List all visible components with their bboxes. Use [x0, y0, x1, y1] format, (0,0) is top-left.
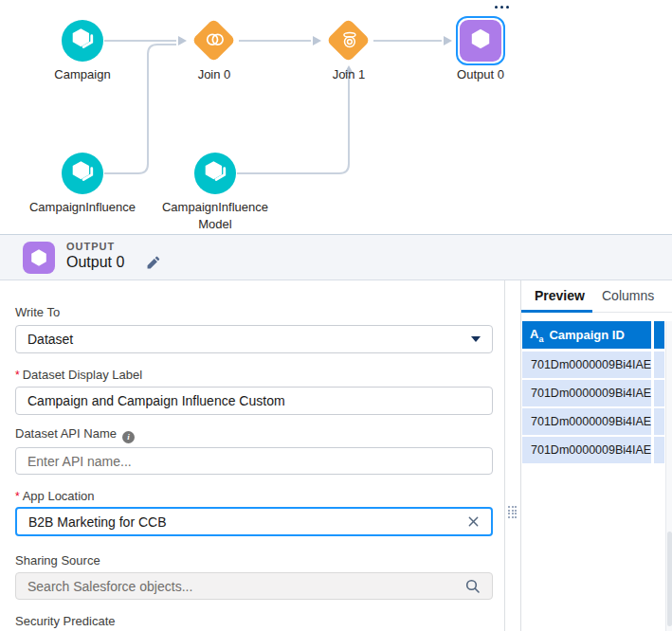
tab-columns[interactable]: Columns	[602, 288, 654, 303]
tab-preview[interactable]: Preview	[535, 288, 585, 303]
node-label-output-0: Output 0	[443, 66, 518, 83]
dimension-type-icon: Aa	[530, 327, 543, 344]
dataset-icon	[70, 159, 95, 188]
chevron-down-icon	[471, 336, 481, 342]
next-column-cell-partial	[654, 352, 664, 378]
preview-scrollbar-track	[665, 321, 672, 631]
dataset-icon	[70, 27, 95, 55]
column-header-text: Campaign ID	[549, 328, 624, 342]
node-campaigninfluence[interactable]	[62, 153, 103, 194]
dataset-api-name-input[interactable]: Enter API name...	[15, 447, 493, 475]
node-graph-canvas[interactable]: Campaign Join 0 Join 1	[0, 0, 672, 234]
dataset-display-label-label: *Dataset Display Label	[15, 368, 142, 382]
node-name-title: Output 0	[66, 254, 124, 271]
node-context-menu-icon[interactable]	[493, 4, 511, 10]
write-to-select[interactable]: Dataset	[15, 325, 493, 353]
required-asterisk: *	[15, 490, 20, 503]
dataset-display-label-input[interactable]: Campaign and Campaign Influence Custom	[15, 387, 493, 415]
panel-splitter[interactable]	[505, 280, 520, 631]
security-predicate-label: Security Predicate	[15, 614, 116, 628]
app-location-value: B2B Marketing for CCB	[28, 514, 167, 530]
node-detail-header: OUTPUT Output 0	[0, 234, 672, 280]
sharing-source-placeholder: Search Salesforce objects...	[27, 579, 192, 594]
preview-scrollbar-thumb[interactable]	[667, 532, 672, 626]
info-icon[interactable]: i	[122, 431, 135, 443]
write-to-value: Dataset	[27, 332, 73, 347]
output-icon	[468, 27, 493, 55]
node-label-campaigninfluence-model: CampaignInfluence Model	[158, 199, 272, 233]
dataset-icon	[203, 159, 227, 188]
node-type-label: OUTPUT	[66, 241, 115, 252]
edit-name-pencil-icon[interactable]	[146, 256, 160, 274]
node-label-campaigninfluence: CampaignInfluence	[26, 199, 139, 216]
search-icon	[465, 579, 481, 594]
preview-cell: 701Dm0000009Bi4IAE	[522, 352, 651, 378]
clear-x-icon[interactable]	[467, 515, 480, 528]
preview-tabs: Preview Columns	[521, 280, 672, 313]
node-label-join-1: Join 1	[311, 66, 387, 83]
required-asterisk: *	[15, 369, 20, 382]
splitter-grip-icon[interactable]	[508, 506, 517, 518]
preview-cell: 701Dm0000009Bi4IAE	[522, 380, 651, 406]
node-campaigninfluence-model[interactable]	[194, 153, 236, 194]
node-label-join-0: Join 0	[176, 66, 252, 83]
output-config-form: Write To Dataset *Dataset Display Label …	[0, 280, 505, 631]
active-tab-underline	[521, 310, 592, 313]
node-output-0-selected[interactable]	[456, 16, 505, 65]
app-location-input[interactable]: B2B Marketing for CCB	[15, 507, 493, 536]
preview-panel: Preview Columns Aa Campaign ID 701Dm0000…	[520, 280, 672, 631]
sharing-source-label: Sharing Source	[15, 553, 100, 568]
write-to-label: Write To	[15, 305, 60, 319]
node-campaign[interactable]	[62, 20, 103, 62]
next-column-cell-partial	[654, 380, 664, 406]
next-column-header-partial	[654, 321, 664, 349]
dataset-api-name-label: Dataset API Namei	[15, 426, 135, 443]
node-label-campaign: Campaign	[35, 66, 130, 83]
dataset-api-name-placeholder: Enter API name...	[27, 454, 132, 469]
output-node-icon	[23, 242, 55, 274]
dataprep-recipe-editor: Campaign Join 0 Join 1	[0, 0, 672, 631]
next-column-cell-partial	[654, 408, 664, 435]
column-header-campaign-id[interactable]: Aa Campaign ID	[522, 321, 651, 349]
preview-cell: 701Dm0000009Bi4IAE	[522, 408, 651, 435]
app-location-label: *App Location	[15, 489, 95, 503]
preview-cell: 701Dm0000009Bi4IAE	[522, 437, 651, 463]
dataset-display-label-value: Campaign and Campaign Influence Custom	[27, 393, 285, 408]
next-column-cell-partial	[654, 437, 664, 463]
sharing-source-search-input[interactable]: Search Salesforce objects...	[15, 572, 493, 600]
